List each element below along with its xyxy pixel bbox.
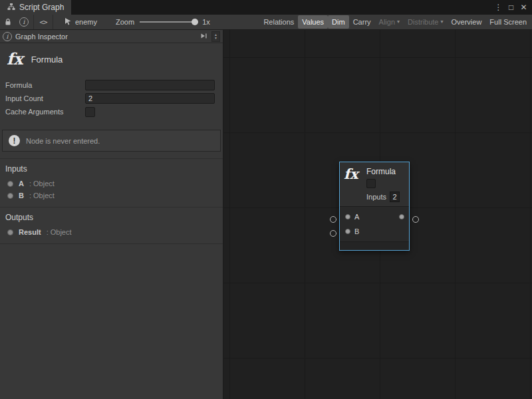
outputs-section: Outputs Result : Object <box>0 207 223 244</box>
outputs-section-header: Outputs <box>0 211 223 226</box>
distribute-button-label: Distribute <box>408 15 438 29</box>
info-icon: i <box>19 17 29 27</box>
chevron-down-icon: ▾ <box>441 15 444 29</box>
external-port-result[interactable] <box>412 216 419 223</box>
port-dot-icon <box>7 193 13 199</box>
code-icon[interactable]: <> <box>35 15 51 29</box>
zoom-label: Zoom <box>116 18 134 26</box>
inputs-section: Inputs A : Object B : Object <box>0 158 223 207</box>
info-toggle-icon[interactable]: i <box>16 15 32 29</box>
output-port-result-dot[interactable] <box>399 214 404 219</box>
formula-node-footer <box>340 241 409 250</box>
formula-node[interactable]: fx Formula Inputs 2 A <box>339 162 410 251</box>
inputs-section-header: Inputs <box>0 163 223 178</box>
align-button-label: Align <box>379 15 395 29</box>
overview-button[interactable]: Overview <box>448 15 486 29</box>
graph-pointer-icon <box>64 17 72 27</box>
script-graph-window: Script Graph ⋮ □ ✕ i <> <box>0 0 532 399</box>
graph-inspector-panel: i Graph Inspector ▲ ▼ fx <box>0 30 223 399</box>
node-port-b-label: B <box>354 227 359 235</box>
lock-icon[interactable] <box>0 15 16 29</box>
node-port-row-a: A <box>340 209 409 224</box>
toolbar-separator <box>53 15 53 29</box>
port-name: Result <box>19 228 41 236</box>
titlebar-spacer <box>71 0 492 15</box>
input-port-a-dot[interactable] <box>345 214 350 219</box>
align-button[interactable]: Align ▾ <box>375 15 404 29</box>
zoom-slider-handle[interactable] <box>192 19 198 25</box>
info-icon: i <box>3 32 12 41</box>
formula-node-icon-col: fx <box>344 167 366 202</box>
graph-reference-label: enemy <box>75 18 97 26</box>
formula-node-fields: Formula Inputs 2 <box>366 167 405 202</box>
cache-arguments-checkbox[interactable] <box>85 107 95 117</box>
port-type: : Object <box>29 192 55 200</box>
full-screen-button[interactable]: Full Screen <box>485 15 531 29</box>
graph-reference[interactable]: enemy <box>64 17 97 27</box>
carry-button[interactable]: Carry <box>349 15 375 29</box>
output-port-result: Result : Object <box>0 226 223 238</box>
warning-box: ! Node is never entered. <box>2 130 221 152</box>
dock-arrow-icon[interactable] <box>200 33 207 41</box>
inspector-header: i Graph Inspector ▲ ▼ <box>0 30 223 43</box>
cache-arguments-field-row: Cache Arguments <box>5 106 215 118</box>
warning-text: Node is never entered. <box>26 137 100 145</box>
content-area: i Graph Inspector ▲ ▼ fx <box>0 30 532 399</box>
tab-title: Script Graph <box>19 3 64 12</box>
dim-button[interactable]: Dim <box>328 15 349 29</box>
formula-node-inputs-row: Inputs 2 <box>366 191 405 202</box>
window-controls: ⋮ □ ✕ <box>492 0 532 15</box>
port-name: B <box>19 192 24 200</box>
scrub-down-icon: ▼ <box>214 37 217 40</box>
port-dot-icon <box>7 229 13 235</box>
port-name: A <box>19 180 24 188</box>
toolbar-separator <box>33 15 34 29</box>
script-graph-icon <box>7 3 15 13</box>
port-dot-icon <box>7 181 13 187</box>
title-bar: Script Graph ⋮ □ ✕ <box>0 0 532 15</box>
inspector-header-title: Graph Inspector <box>15 33 68 41</box>
menu-icon[interactable]: ⋮ <box>492 0 505 15</box>
formula-node-fx-icon: fx <box>344 166 358 182</box>
external-port-b[interactable] <box>330 230 336 237</box>
formula-node-title: Formula <box>366 167 405 178</box>
formula-fx-icon: fx <box>7 51 23 67</box>
node-port-row-b: B <box>340 224 409 239</box>
graph-toolbar: i <> enemy Zoom 1x Relations Values Dim <box>0 15 532 30</box>
cache-arguments-field-label: Cache Arguments <box>5 108 85 116</box>
node-inputs-label: Inputs <box>366 193 386 201</box>
values-button[interactable]: Values <box>298 15 328 29</box>
formula-node-string-field[interactable] <box>366 179 376 188</box>
formula-field-row: Formula <box>5 79 215 91</box>
inspector-header-controls: ▲ ▼ <box>200 31 220 42</box>
input-port-a: A : Object <box>0 178 223 190</box>
distribute-button[interactable]: Distribute ▾ <box>404 15 447 29</box>
zoom-slider[interactable] <box>140 21 197 23</box>
graph-canvas[interactable]: fx Formula Inputs 2 A <box>223 30 532 399</box>
node-input-count-field[interactable]: 2 <box>390 192 400 202</box>
pane-scrubber-icon[interactable]: ▲ ▼ <box>211 31 220 42</box>
input-port-b-dot[interactable] <box>345 229 350 234</box>
tab-script-graph[interactable]: Script Graph <box>0 0 71 15</box>
zoom-control: Zoom 1x <box>116 18 210 26</box>
formula-node-top: fx Formula Inputs 2 <box>340 162 409 206</box>
external-port-a[interactable] <box>330 216 336 223</box>
formula-field-input[interactable] <box>85 80 215 90</box>
input-port-b: B : Object <box>0 190 223 201</box>
chevron-down-icon: ▾ <box>397 15 400 29</box>
warning-icon: ! <box>9 135 20 146</box>
inspector-title-block: fx Formula <box>0 43 223 78</box>
input-count-field-label: Input Count <box>5 94 85 102</box>
maximize-icon[interactable]: □ <box>505 0 517 15</box>
input-count-field-input[interactable] <box>85 93 215 104</box>
formula-node-ports: A B <box>340 206 409 241</box>
relations-button[interactable]: Relations <box>259 15 298 29</box>
toolbar-buttons: Relations Values Dim Carry Align ▾ Distr… <box>259 15 532 29</box>
port-type: : Object <box>47 228 72 236</box>
formula-field-label: Formula <box>5 81 85 89</box>
zoom-value: 1x <box>202 18 210 26</box>
inspector-fields: Formula Input Count Cache Arguments <box>0 78 223 122</box>
close-icon[interactable]: ✕ <box>517 0 530 15</box>
node-port-a-label: A <box>354 213 359 221</box>
port-type: : Object <box>29 180 55 188</box>
